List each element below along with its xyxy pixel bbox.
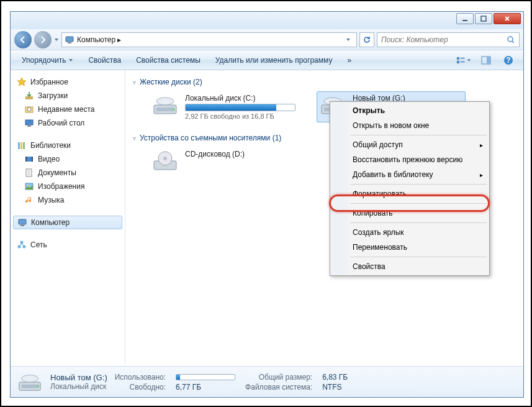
- svg-rect-6: [457, 60, 459, 63]
- close-button[interactable]: [494, 13, 521, 24]
- menu-rename[interactable]: Переименовать: [331, 240, 488, 255]
- search-box[interactable]: [377, 32, 520, 47]
- toolbar-overflow[interactable]: »: [341, 53, 358, 68]
- menu-share[interactable]: Общий доступ▸: [331, 137, 488, 152]
- svg-rect-18: [18, 142, 20, 149]
- svg-point-29: [18, 245, 21, 249]
- drive-d-label: CD-дисковод (D:): [185, 150, 295, 158]
- sidebar-computer[interactable]: Компьютер: [13, 216, 122, 229]
- svg-point-31: [20, 241, 24, 244]
- cd-drive-icon: [151, 150, 179, 172]
- preview-pane-button[interactable]: [479, 53, 494, 68]
- menu-create-shortcut[interactable]: Создать ярлык: [331, 225, 488, 240]
- menu-copy[interactable]: Копировать: [331, 206, 488, 221]
- menu-add-to-library[interactable]: Добавить в библиотеку▸: [331, 167, 488, 182]
- search-input[interactable]: [381, 35, 507, 44]
- status-used-label: Использовано:: [115, 373, 166, 382]
- pictures-icon: [24, 181, 34, 191]
- status-fs-label: Файловая система:: [245, 383, 312, 391]
- svg-rect-17: [27, 126, 31, 127]
- svg-rect-1: [481, 16, 486, 21]
- collapse-icon: ▿: [133, 135, 136, 142]
- sidebar-libraries[interactable]: Библиотеки: [13, 139, 122, 152]
- svg-point-34: [173, 109, 175, 111]
- status-total-value: 6,83 ГБ: [322, 373, 348, 382]
- menu-restore-version[interactable]: Восстановить прежнюю версию: [331, 152, 488, 167]
- downloads-icon: [24, 91, 34, 101]
- sidebar-network[interactable]: Сеть: [13, 238, 122, 252]
- address-dropdown[interactable]: [343, 33, 354, 47]
- system-properties-button[interactable]: Свойства системы: [130, 53, 207, 68]
- svg-rect-0: [462, 20, 467, 21]
- computer-icon: [65, 35, 74, 45]
- address-bar[interactable]: Компьютер ▸: [61, 32, 357, 47]
- organize-button[interactable]: Упорядочить: [16, 53, 79, 68]
- desktop-icon: [24, 118, 34, 128]
- documents-icon: [24, 168, 34, 178]
- menu-properties[interactable]: Свойства: [331, 259, 488, 274]
- hdd-icon: [17, 371, 43, 393]
- svg-rect-7: [461, 57, 465, 58]
- maximize-button[interactable]: [475, 13, 492, 24]
- sidebar-videos[interactable]: Видео: [13, 152, 122, 166]
- sidebar-documents[interactable]: Документы: [13, 166, 122, 180]
- svg-rect-28: [20, 225, 24, 226]
- sidebar-desktop[interactable]: Рабочий стол: [13, 116, 122, 130]
- svg-rect-20: [23, 142, 25, 149]
- refresh-button[interactable]: [359, 32, 374, 47]
- svg-point-15: [27, 107, 31, 111]
- status-fs-value: NTFS: [322, 383, 348, 391]
- status-free-label: Свободно:: [115, 383, 166, 391]
- search-icon: [507, 35, 515, 44]
- hdd-icon: [151, 94, 179, 116]
- command-bar: Упорядочить Свойства Свойства системы Уд…: [11, 50, 523, 70]
- music-icon: [24, 195, 34, 205]
- section-hard-drives[interactable]: ▿Жесткие диски (2): [133, 78, 516, 86]
- forward-button[interactable]: [34, 31, 52, 48]
- svg-rect-44: [22, 384, 38, 388]
- videos-icon: [24, 154, 34, 164]
- navigation-bar: Компьютер ▸: [11, 29, 523, 50]
- status-subtitle: Локальный диск: [50, 382, 107, 391]
- drive-c[interactable]: Локальный диск (C:) 2,92 ГБ свободно из …: [149, 91, 298, 122]
- svg-rect-8: [461, 61, 465, 62]
- sidebar-music[interactable]: Музыка: [13, 193, 122, 207]
- sidebar-downloads[interactable]: Загрузки: [13, 89, 122, 103]
- titlebar: [11, 12, 523, 29]
- submenu-arrow-icon: ▸: [480, 142, 483, 149]
- collapse-icon: ▿: [133, 79, 136, 86]
- computer-icon: [17, 217, 27, 227]
- details-pane: Новый том (G:) Локальный диск Использова…: [11, 366, 523, 397]
- svg-point-30: [23, 245, 26, 249]
- svg-rect-16: [25, 120, 33, 125]
- svg-rect-22: [25, 157, 27, 162]
- navigation-pane: Избранное Загрузки Недавние места Рабочи…: [11, 70, 125, 366]
- drive-c-free: 2,92 ГБ свободно из 16,8 ГБ: [185, 112, 295, 120]
- help-button[interactable]: ?: [501, 53, 516, 68]
- menu-open-new-window[interactable]: Открыть в новом окне: [331, 118, 488, 133]
- minimize-button[interactable]: [456, 13, 474, 24]
- status-title: Новый том (G:): [50, 373, 107, 382]
- sidebar-favorites[interactable]: Избранное: [13, 75, 122, 89]
- back-button[interactable]: [14, 31, 32, 48]
- network-icon: [17, 240, 27, 250]
- address-text: Компьютер ▸: [77, 35, 340, 44]
- sidebar-pictures[interactable]: Изображения: [13, 180, 122, 193]
- menu-open[interactable]: Открыть: [331, 103, 488, 118]
- drive-c-usage-bar: [185, 104, 295, 111]
- status-total-label: Общий размер:: [245, 373, 312, 382]
- sidebar-recent[interactable]: Недавние места: [13, 103, 122, 116]
- view-options-button[interactable]: [456, 53, 471, 68]
- drive-d[interactable]: CD-дисковод (D:): [149, 147, 298, 175]
- svg-rect-3: [68, 42, 71, 43]
- properties-button[interactable]: Свойства: [82, 53, 127, 68]
- svg-point-4: [508, 37, 513, 42]
- libraries-icon: [17, 140, 27, 150]
- menu-format[interactable]: Форматировать...: [331, 186, 488, 201]
- history-dropdown-icon[interactable]: [54, 37, 59, 42]
- recent-icon: [24, 104, 34, 114]
- svg-rect-19: [20, 142, 22, 149]
- svg-rect-33: [156, 107, 174, 111]
- svg-point-45: [37, 385, 39, 387]
- uninstall-button[interactable]: Удалить или изменить программу: [209, 53, 339, 68]
